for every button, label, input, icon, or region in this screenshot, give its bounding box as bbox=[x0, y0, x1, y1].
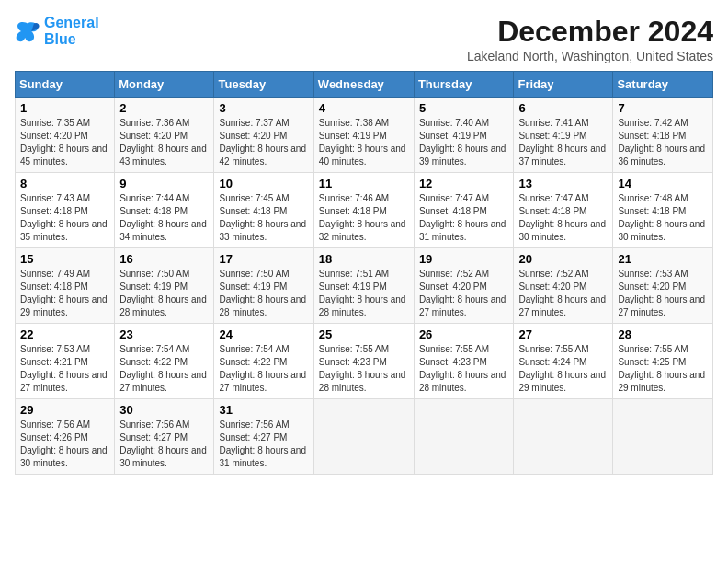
day-number: 22 bbox=[20, 327, 109, 341]
day-number: 27 bbox=[518, 327, 608, 341]
day-number: 14 bbox=[618, 177, 708, 190]
calendar-day-cell: 7 Sunrise: 7:42 AMSunset: 4:18 PMDayligh… bbox=[613, 98, 713, 173]
weekday-header-wednesday: Wednesday bbox=[313, 72, 414, 98]
day-number: 19 bbox=[419, 252, 509, 266]
day-number: 10 bbox=[219, 177, 308, 190]
calendar-day-cell: 8 Sunrise: 7:43 AMSunset: 4:18 PMDayligh… bbox=[16, 173, 115, 248]
calendar-day-cell: 20 Sunrise: 7:52 AMSunset: 4:20 PMDaylig… bbox=[514, 248, 613, 324]
day-number: 12 bbox=[419, 177, 509, 190]
day-info: Sunrise: 7:55 AMSunset: 4:25 PMDaylight:… bbox=[618, 343, 708, 395]
calendar-day-cell: 9 Sunrise: 7:44 AMSunset: 4:18 PMDayligh… bbox=[115, 173, 214, 248]
day-number: 7 bbox=[618, 101, 708, 115]
day-number: 4 bbox=[319, 101, 409, 115]
calendar-day-cell bbox=[414, 399, 514, 475]
calendar-day-cell: 23 Sunrise: 7:54 AMSunset: 4:22 PMDaylig… bbox=[115, 324, 214, 399]
logo: General Blue bbox=[15, 15, 99, 47]
day-info: Sunrise: 7:54 AMSunset: 4:22 PMDaylight:… bbox=[119, 343, 209, 395]
calendar-day-cell: 2 Sunrise: 7:36 AMSunset: 4:20 PMDayligh… bbox=[115, 98, 214, 173]
day-number: 2 bbox=[119, 101, 209, 115]
calendar-day-cell: 29 Sunrise: 7:56 AMSunset: 4:26 PMDaylig… bbox=[16, 399, 115, 475]
calendar-day-cell: 12 Sunrise: 7:47 AMSunset: 4:18 PMDaylig… bbox=[414, 173, 514, 248]
month-title: December 2024 bbox=[467, 15, 713, 49]
calendar-day-cell: 24 Sunrise: 7:54 AMSunset: 4:22 PMDaylig… bbox=[214, 324, 313, 399]
day-number: 17 bbox=[219, 252, 308, 266]
weekday-header-thursday: Thursday bbox=[414, 72, 514, 98]
calendar-day-cell: 6 Sunrise: 7:41 AMSunset: 4:19 PMDayligh… bbox=[514, 98, 613, 173]
day-info: Sunrise: 7:45 AMSunset: 4:18 PMDaylight:… bbox=[219, 192, 308, 244]
day-number: 6 bbox=[518, 101, 608, 115]
day-info: Sunrise: 7:51 AMSunset: 4:19 PMDaylight:… bbox=[319, 268, 409, 319]
day-info: Sunrise: 7:53 AMSunset: 4:21 PMDaylight:… bbox=[20, 343, 109, 395]
day-info: Sunrise: 7:54 AMSunset: 4:22 PMDaylight:… bbox=[219, 343, 308, 395]
weekday-header-monday: Monday bbox=[115, 72, 214, 98]
day-info: Sunrise: 7:50 AMSunset: 4:19 PMDaylight:… bbox=[219, 268, 308, 319]
calendar-day-cell: 4 Sunrise: 7:38 AMSunset: 4:19 PMDayligh… bbox=[313, 98, 414, 173]
calendar-week-row: 1 Sunrise: 7:35 AMSunset: 4:20 PMDayligh… bbox=[16, 98, 713, 173]
day-info: Sunrise: 7:43 AMSunset: 4:18 PMDaylight:… bbox=[20, 192, 109, 244]
day-info: Sunrise: 7:56 AMSunset: 4:27 PMDaylight:… bbox=[119, 419, 209, 470]
day-info: Sunrise: 7:56 AMSunset: 4:27 PMDaylight:… bbox=[219, 419, 308, 470]
calendar-day-cell: 1 Sunrise: 7:35 AMSunset: 4:20 PMDayligh… bbox=[16, 98, 115, 173]
day-number: 16 bbox=[119, 252, 209, 266]
day-info: Sunrise: 7:37 AMSunset: 4:20 PMDaylight:… bbox=[219, 117, 308, 168]
day-info: Sunrise: 7:55 AMSunset: 4:23 PMDaylight:… bbox=[319, 343, 409, 395]
calendar-day-cell bbox=[613, 399, 713, 475]
day-info: Sunrise: 7:38 AMSunset: 4:19 PMDaylight:… bbox=[319, 117, 409, 168]
calendar-week-row: 22 Sunrise: 7:53 AMSunset: 4:21 PMDaylig… bbox=[16, 324, 713, 399]
day-number: 21 bbox=[618, 252, 708, 266]
day-number: 26 bbox=[419, 327, 509, 341]
weekday-header-saturday: Saturday bbox=[613, 72, 713, 98]
weekday-header-tuesday: Tuesday bbox=[214, 72, 313, 98]
location-subtitle: Lakeland North, Washington, United State… bbox=[467, 49, 713, 63]
day-number: 24 bbox=[219, 327, 308, 341]
calendar-day-cell: 27 Sunrise: 7:55 AMSunset: 4:24 PMDaylig… bbox=[514, 324, 613, 399]
day-info: Sunrise: 7:42 AMSunset: 4:18 PMDaylight:… bbox=[618, 117, 708, 168]
calendar-day-cell bbox=[313, 399, 414, 475]
calendar-day-cell bbox=[514, 399, 613, 475]
calendar-day-cell: 18 Sunrise: 7:51 AMSunset: 4:19 PMDaylig… bbox=[313, 248, 414, 324]
day-number: 29 bbox=[20, 403, 109, 417]
day-number: 11 bbox=[319, 177, 409, 190]
calendar-day-cell: 16 Sunrise: 7:50 AMSunset: 4:19 PMDaylig… bbox=[115, 248, 214, 324]
day-number: 28 bbox=[618, 327, 708, 341]
day-number: 5 bbox=[419, 101, 509, 115]
day-number: 15 bbox=[20, 252, 109, 266]
day-number: 1 bbox=[20, 101, 109, 115]
day-info: Sunrise: 7:48 AMSunset: 4:18 PMDaylight:… bbox=[618, 192, 708, 244]
day-number: 18 bbox=[319, 252, 409, 266]
day-info: Sunrise: 7:55 AMSunset: 4:24 PMDaylight:… bbox=[518, 343, 608, 395]
calendar-day-cell: 22 Sunrise: 7:53 AMSunset: 4:21 PMDaylig… bbox=[16, 324, 115, 399]
day-number: 9 bbox=[119, 177, 209, 190]
calendar-week-row: 15 Sunrise: 7:49 AMSunset: 4:18 PMDaylig… bbox=[16, 248, 713, 324]
calendar-day-cell: 5 Sunrise: 7:40 AMSunset: 4:19 PMDayligh… bbox=[414, 98, 514, 173]
day-info: Sunrise: 7:44 AMSunset: 4:18 PMDaylight:… bbox=[119, 192, 209, 244]
calendar-week-row: 29 Sunrise: 7:56 AMSunset: 4:26 PMDaylig… bbox=[16, 399, 713, 475]
calendar-table: SundayMondayTuesdayWednesdayThursdayFrid… bbox=[15, 71, 713, 475]
day-number: 23 bbox=[119, 327, 209, 341]
day-info: Sunrise: 7:46 AMSunset: 4:18 PMDaylight:… bbox=[319, 192, 409, 244]
calendar-day-cell: 25 Sunrise: 7:55 AMSunset: 4:23 PMDaylig… bbox=[313, 324, 414, 399]
calendar-day-cell: 30 Sunrise: 7:56 AMSunset: 4:27 PMDaylig… bbox=[115, 399, 214, 475]
calendar-day-cell: 11 Sunrise: 7:46 AMSunset: 4:18 PMDaylig… bbox=[313, 173, 414, 248]
day-number: 20 bbox=[518, 252, 608, 266]
day-number: 8 bbox=[20, 177, 109, 190]
day-number: 13 bbox=[518, 177, 608, 190]
calendar-day-cell: 17 Sunrise: 7:50 AMSunset: 4:19 PMDaylig… bbox=[214, 248, 313, 324]
day-info: Sunrise: 7:49 AMSunset: 4:18 PMDaylight:… bbox=[20, 268, 109, 319]
calendar-day-cell: 13 Sunrise: 7:47 AMSunset: 4:18 PMDaylig… bbox=[514, 173, 613, 248]
calendar-day-cell: 15 Sunrise: 7:49 AMSunset: 4:18 PMDaylig… bbox=[16, 248, 115, 324]
logo-text: General Blue bbox=[44, 15, 99, 47]
day-info: Sunrise: 7:52 AMSunset: 4:20 PMDaylight:… bbox=[419, 268, 509, 319]
calendar-week-row: 8 Sunrise: 7:43 AMSunset: 4:18 PMDayligh… bbox=[16, 173, 713, 248]
day-info: Sunrise: 7:35 AMSunset: 4:20 PMDaylight:… bbox=[20, 117, 109, 168]
weekday-header-friday: Friday bbox=[514, 72, 613, 98]
calendar-day-cell: 3 Sunrise: 7:37 AMSunset: 4:20 PMDayligh… bbox=[214, 98, 313, 173]
calendar-day-cell: 26 Sunrise: 7:55 AMSunset: 4:23 PMDaylig… bbox=[414, 324, 514, 399]
day-info: Sunrise: 7:50 AMSunset: 4:19 PMDaylight:… bbox=[119, 268, 209, 319]
day-info: Sunrise: 7:40 AMSunset: 4:19 PMDaylight:… bbox=[419, 117, 509, 168]
header: General Blue December 2024 Lakeland Nort… bbox=[15, 15, 713, 63]
day-info: Sunrise: 7:41 AMSunset: 4:19 PMDaylight:… bbox=[518, 117, 608, 168]
calendar-day-cell: 19 Sunrise: 7:52 AMSunset: 4:20 PMDaylig… bbox=[414, 248, 514, 324]
day-info: Sunrise: 7:52 AMSunset: 4:20 PMDaylight:… bbox=[518, 268, 608, 319]
day-number: 25 bbox=[319, 327, 409, 341]
